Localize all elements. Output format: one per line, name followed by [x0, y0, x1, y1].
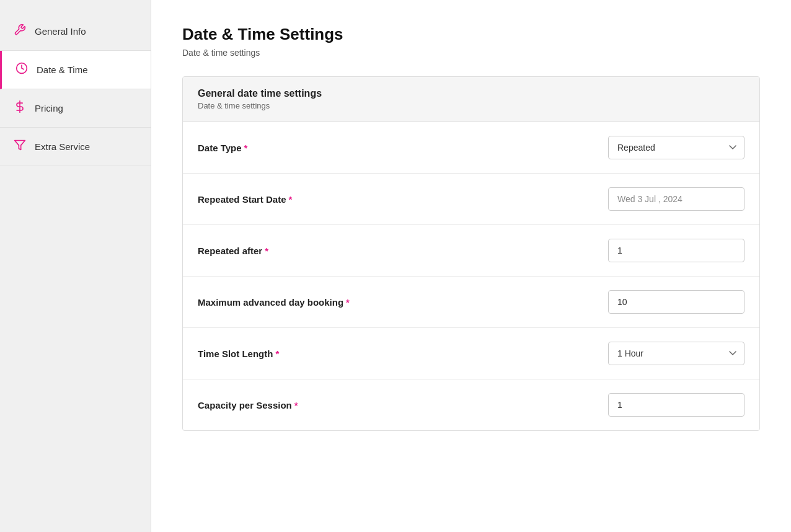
required-star-2: * [289, 194, 293, 205]
required-star-4: * [346, 297, 350, 308]
card-header-subtitle: Date & time settings [198, 101, 745, 110]
capacity-per-session-row: Capacity per Session* [183, 379, 759, 430]
date-type-row: Date Type* Repeated Single Range [183, 122, 759, 174]
capacity-per-session-label: Capacity per Session* [198, 400, 298, 410]
card-header-title: General date time settings [198, 88, 745, 99]
max-advanced-day-row: Maximum advanced day booking* [183, 277, 759, 328]
page-subtitle: Date & time settings [182, 48, 760, 58]
time-slot-length-label: Time Slot Length* [198, 348, 279, 359]
max-advanced-day-label: Maximum advanced day booking* [198, 297, 350, 308]
card-header: General date time settings Date & time s… [183, 77, 759, 122]
funnel-icon [12, 139, 27, 154]
repeated-after-label: Repeated after* [198, 246, 268, 256]
capacity-per-session-input[interactable] [608, 393, 745, 417]
sidebar-item-date-time[interactable]: Date & Time [0, 51, 151, 89]
required-star-3: * [265, 246, 268, 256]
repeated-start-date-input[interactable] [608, 187, 745, 211]
date-type-select[interactable]: Repeated Single Range [608, 136, 745, 159]
required-star-6: * [294, 400, 298, 410]
clock-icon [14, 62, 29, 78]
sidebar-item-extra-service[interactable]: Extra Service [0, 128, 151, 166]
settings-card: General date time settings Date & time s… [182, 76, 760, 431]
repeated-start-date-row: Repeated Start Date* [183, 174, 759, 225]
sidebar-item-general-info[interactable]: General Info [0, 12, 151, 51]
sidebar-item-label: General Info [35, 26, 86, 37]
max-advanced-day-input[interactable] [608, 290, 745, 314]
page-title: Date & Time Settings [182, 25, 760, 44]
repeated-start-date-label: Repeated Start Date* [198, 194, 292, 205]
sidebar-item-label: Date & Time [37, 64, 88, 75]
repeated-after-row: Repeated after* [183, 225, 759, 277]
time-slot-length-row: Time Slot Length* 1 Hour 30 Minutes 2 Ho… [183, 328, 759, 379]
sidebar-item-label: Extra Service [35, 141, 90, 152]
date-type-label: Date Type* [198, 143, 247, 153]
time-slot-length-select[interactable]: 1 Hour 30 Minutes 2 Hours 3 Hours [608, 342, 745, 365]
svg-marker-2 [15, 141, 25, 150]
sidebar-item-label: Pricing [35, 103, 63, 113]
wrench-icon [12, 24, 27, 39]
sidebar: General Info Date & Time Pricing Extra S… [0, 0, 151, 532]
sidebar-item-pricing[interactable]: Pricing [0, 89, 151, 128]
required-star-5: * [275, 348, 279, 359]
main-content: Date & Time Settings Date & time setting… [151, 0, 791, 532]
repeated-after-input[interactable] [608, 239, 745, 262]
dollar-icon [12, 100, 27, 116]
required-star: * [244, 143, 248, 153]
